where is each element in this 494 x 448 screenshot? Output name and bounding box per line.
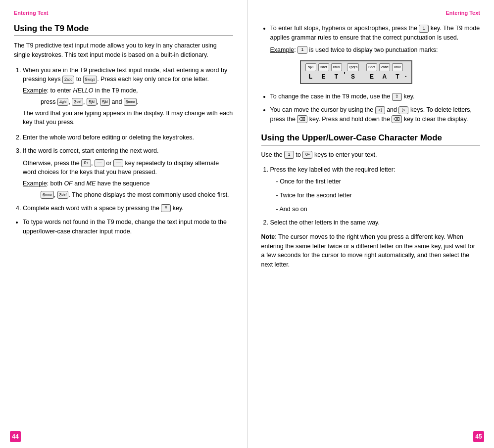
kbd-separator-apos: ' <box>344 70 346 81</box>
step-1-extra: The word that you are typing appears in … <box>23 109 233 128</box>
kbd-space <box>360 67 365 78</box>
key-1-ex: 1 <box>297 46 307 54</box>
section-title-case: Using the Upper/Lower-Case Character Mod… <box>261 133 481 145</box>
example-1-keys: press 4ghi, 3def, 5jkl, 5jkl and 6mno. <box>23 97 233 107</box>
key-shift: ⇧ <box>392 93 402 101</box>
key-5jkl-1: 5jkl <box>87 98 97 106</box>
example-3: Example: both OF and ME have the sequenc… <box>23 179 233 188</box>
bullet-list-right: To enter full stops, hyphens or apostrop… <box>261 24 481 124</box>
key-3def: 3def <box>72 98 83 106</box>
key-2abc: 2abc <box>62 76 74 84</box>
sub-item-twice: Twice for the second letter <box>276 190 481 200</box>
page-number-right: 45 <box>473 431 484 442</box>
kbd-separator-period: . <box>405 70 407 81</box>
bullet-cursor: You can move the cursor by using the ◁ a… <box>270 105 481 124</box>
key-clear: ⌫ <box>392 115 402 123</box>
steps-list: When you are in the T9 predictive text i… <box>14 66 233 213</box>
key-delete: ⌫ <box>297 115 307 123</box>
example-3-keys: 6mno, 3def. The phone displays the most … <box>23 190 233 200</box>
key-6mno-ex: 6mno <box>41 191 54 199</box>
step-1: When you are in the T9 predictive text i… <box>23 66 233 128</box>
kbd-cell-s: 7pqrs S <box>347 63 359 81</box>
step2-2: Select the other letters in the same way… <box>270 218 481 227</box>
section-title-t9: Using the T9 Mode <box>14 24 233 36</box>
kbd-cell-e2: 3def E <box>366 63 378 81</box>
key-star1: — <box>95 159 104 167</box>
step2-1: Press the key labelled with the required… <box>270 165 481 214</box>
key-right: ▷ <box>398 106 408 114</box>
right-page: Entering Text To enter full stops, hyphe… <box>247 0 494 448</box>
page-number-left: 44 <box>10 431 21 442</box>
keyboard-display: 5jkl L 3def E 8tuv T ' 7pqrs S <box>300 60 412 84</box>
sub-item-andso: And so on <box>276 204 481 214</box>
kbd-cell-a: 2abc A <box>379 63 391 81</box>
section2-intro: Use the 1 to 0+ keys to enter your text. <box>261 150 481 160</box>
right-header: Entering Text <box>261 10 481 16</box>
note-paragraph: Note: The cursor moves to the right when… <box>261 232 481 269</box>
kbd-cell-e: 3def E <box>318 63 330 81</box>
sub-list-1: Once for the first letter Twice for the … <box>270 177 481 214</box>
key-left: ◁ <box>375 106 385 114</box>
key-hash: # <box>161 204 171 212</box>
step-2: Enter the whole word before editing or d… <box>23 133 233 142</box>
step-3-otherwise: Otherwise, press the 0+, — or — key repe… <box>23 159 233 178</box>
key-6mno: 6mno <box>124 98 137 106</box>
kbd-cell-l: 5jkl L <box>305 63 317 81</box>
steps2-list: Press the key labelled with the required… <box>261 165 481 227</box>
key-9wxyz: 9wxyz <box>83 76 98 84</box>
sub-item-once: Once for the first letter <box>276 177 481 186</box>
key-1-punct: 1 <box>419 25 429 33</box>
step-4: Complete each word with a space by press… <box>23 204 233 213</box>
kbd-cell-t2: 8tuv T <box>392 63 403 81</box>
key-star2: — <box>113 159 123 167</box>
bullet-case: To change the case in the T9 mode, use t… <box>270 92 481 101</box>
key-1-uc: 1 <box>284 151 294 159</box>
left-page: Entering Text Using the T9 Mode The T9 p… <box>0 0 247 448</box>
note-label: Note <box>261 233 275 240</box>
key-0plus: 0+ <box>302 151 312 159</box>
kbd-cell-t: 8tuv T <box>331 63 343 81</box>
section2-container: Using the Upper/Lower-Case Character Mod… <box>261 133 481 269</box>
key-5jkl-2: 5jkl <box>100 98 110 106</box>
left-header: Entering Text <box>14 10 233 16</box>
bullet-list-left: To type words not found in the T9 mode, … <box>14 218 233 236</box>
key-4ghi: 4ghi <box>57 98 68 106</box>
bullet-punctuation: To enter full stops, hyphens or apostrop… <box>270 24 481 88</box>
step-3: If the word is correct, start entering t… <box>23 146 233 200</box>
bullet-1-left: To type words not found in the T9 mode, … <box>23 218 233 236</box>
key-0-space: 0+ <box>81 159 91 167</box>
example-punct: Example: 1 is used twice to display two … <box>270 45 481 55</box>
example-1: Example: to enter HELLO in the T9 mode, <box>23 86 233 95</box>
intro-paragraph: The T9 predictive text input mode allows… <box>14 41 233 60</box>
key-3def-ex: 3def <box>57 191 69 199</box>
